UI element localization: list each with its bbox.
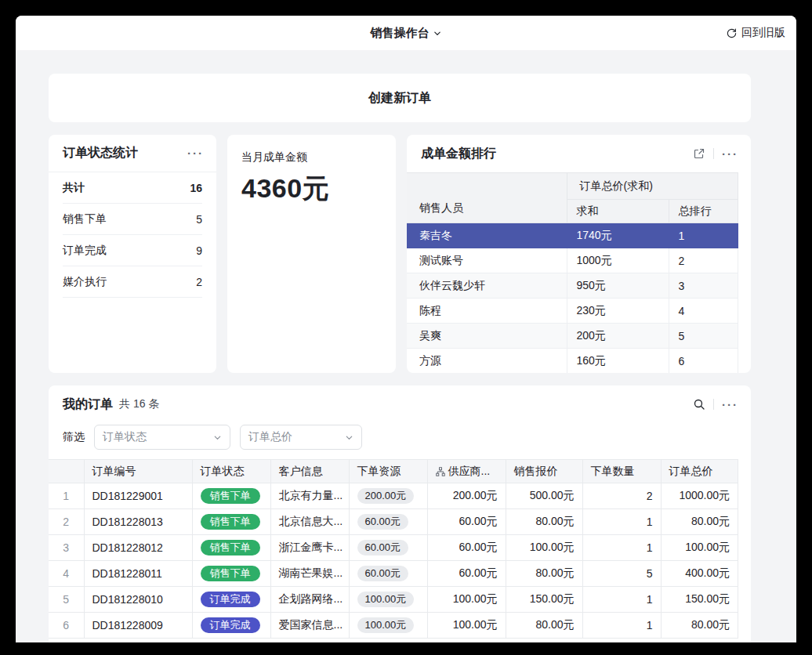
stats-row: 媒介执行 2: [63, 266, 202, 298]
ranking-sum: 950元: [567, 273, 669, 299]
ranking-row[interactable]: 伙伴云魏少轩 950元 3: [407, 273, 738, 299]
ranking-sum: 160元: [567, 349, 669, 374]
order-total-filter-select[interactable]: 订单总价: [240, 425, 362, 450]
order-status-filter-select[interactable]: 订单状态: [94, 425, 230, 450]
col-customer: 客户信息: [270, 460, 349, 483]
row-number: 6: [49, 613, 84, 639]
ranking-row[interactable]: 测试账号 1000元 2: [407, 248, 738, 273]
status-badge: 订单完成: [201, 617, 260, 633]
stats-label: 共计: [63, 181, 85, 195]
create-order-button[interactable]: 创建新订单: [49, 74, 751, 122]
quantity-cell: 2: [582, 483, 661, 509]
ranking-rank: 2: [669, 248, 738, 273]
quote-cell: 150.00元: [506, 587, 582, 613]
filter-label: 筛选: [63, 430, 85, 444]
col-order-id: 订单编号: [84, 460, 192, 483]
quantity-cell: 5: [582, 561, 661, 587]
ranking-name: 秦吉冬: [407, 223, 567, 248]
resource-chip: 60.00元: [357, 514, 409, 530]
order-row[interactable]: 1 DD181229001 销售下单 北京有力量... 200.00元 200.…: [49, 483, 738, 509]
stats-row: 销售下单 5: [63, 204, 202, 235]
status-badge: 销售下单: [201, 566, 260, 581]
supplier-cell: 200.00元: [427, 483, 506, 509]
col-row-number: [49, 460, 84, 483]
order-status-stats-title: 订单状态统计: [63, 145, 138, 161]
app-window: 销售操作台 回到旧版 创建新订单 订单状态统计 共计 16: [16, 16, 796, 642]
relation-icon: [436, 467, 445, 476]
customer-cell: 浙江金鹰卡...: [270, 535, 349, 561]
search-icon[interactable]: [693, 398, 705, 411]
total-cell: 150.00元: [661, 587, 738, 613]
dashboard-switcher[interactable]: 销售操作台: [371, 16, 442, 50]
ranking-title: 成单金额排行: [421, 146, 496, 162]
row-number: 1: [49, 483, 84, 509]
order-row[interactable]: 3 DD181228012 销售下单 浙江金鹰卡... 60.00元 60.00…: [49, 535, 738, 561]
row-number: 2: [49, 509, 84, 535]
divider: [713, 148, 714, 159]
col-quantity: 下单数量: [582, 460, 661, 483]
month-amount-title: 当月成单金额: [241, 150, 382, 165]
stats-value: 9: [196, 244, 202, 257]
my-orders-card: 我的订单 共 16 条 筛选 订单状态 订单总价: [49, 385, 751, 642]
more-icon[interactable]: [722, 398, 738, 411]
create-order-label: 创建新订单: [368, 90, 431, 107]
col-order-total: 订单总价: [661, 460, 738, 483]
ranking-col-rank: 总排行: [669, 200, 738, 223]
status-badge: 销售下单: [201, 488, 260, 504]
status-badge: 销售下单: [201, 514, 260, 530]
status-badge: 销售下单: [201, 540, 260, 555]
order-status-stats-card: 订单状态统计 共计 16 销售下单 5 订单完成 9: [49, 135, 216, 373]
quantity-cell: 1: [582, 509, 661, 535]
order-row[interactable]: 5 DD181228010 订单完成 企划路网络... 100.00元 100.…: [49, 587, 738, 613]
order-id: DD181228013: [84, 509, 192, 535]
orders-table: 订单编号 订单状态 客户信息 下单资源 供应商... 销售报价 下单数量 订单: [49, 459, 738, 639]
ranking-row[interactable]: 吴爽 200元 5: [407, 324, 738, 349]
back-to-old-version-label: 回到旧版: [741, 26, 785, 40]
ranking-row-selected[interactable]: 秦吉冬 1740元 1: [407, 223, 738, 248]
customer-cell: 企划路网络...: [270, 587, 349, 613]
more-icon[interactable]: [722, 147, 738, 161]
my-orders-title: 我的订单: [63, 396, 113, 413]
ranking-row[interactable]: 方源 160元 6: [407, 349, 738, 374]
dashboard-content: 创建新订单 订单状态统计 共计 16 销售下单 5: [16, 50, 796, 642]
supplier-cell: 60.00元: [427, 509, 506, 535]
select-placeholder: 订单总价: [248, 430, 292, 444]
ranking-col-total-group: 订单总价(求和): [567, 173, 738, 200]
resource-chip: 100.00元: [357, 592, 415, 607]
total-cell: 80.00元: [661, 509, 738, 535]
rollback-icon: [726, 27, 738, 39]
order-id: DD181228012: [84, 535, 192, 561]
chevron-down-icon: [345, 433, 353, 442]
divider: [713, 399, 714, 410]
chevron-down-icon: [213, 433, 222, 442]
row-number: 4: [49, 561, 84, 587]
supplier-cell: 100.00元: [427, 587, 506, 613]
quote-cell: 80.00元: [506, 613, 582, 639]
filter-row: 筛选 订单状态 订单总价: [49, 423, 751, 459]
stats-value: 2: [196, 276, 202, 288]
ranking-name: 方源: [407, 349, 567, 374]
stats-label: 销售下单: [63, 212, 107, 226]
col-resource: 下单资源: [349, 460, 427, 483]
order-row[interactable]: 2 DD181228013 销售下单 北京信息大... 60.00元 60.00…: [49, 509, 738, 535]
ranking-rank: 1: [669, 223, 738, 248]
order-row[interactable]: 6 DD181228009 订单完成 爱国家信息... 100.00元 100.…: [49, 613, 738, 639]
order-id: DD181229001: [84, 483, 192, 509]
more-icon[interactable]: [187, 147, 204, 160]
ranking-sum: 200元: [567, 324, 669, 349]
ranking-name: 测试账号: [407, 248, 567, 273]
quantity-cell: 1: [582, 587, 661, 613]
row-number: 3: [49, 535, 84, 561]
quote-cell: 80.00元: [506, 561, 582, 587]
ranking-row[interactable]: 陈程 230元 4: [407, 299, 738, 324]
ranking-col-sum: 求和: [567, 200, 669, 223]
orders-header-row: 订单编号 订单状态 客户信息 下单资源 供应商... 销售报价 下单数量 订单: [49, 460, 738, 483]
resource-chip: 200.00元: [357, 488, 415, 504]
export-icon[interactable]: [693, 147, 705, 160]
order-row[interactable]: 4 DD181228011 销售下单 湖南芒果娱... 60.00元 60.00…: [49, 561, 738, 587]
total-cell: 1000.00元: [661, 483, 738, 509]
back-to-old-version-link[interactable]: 回到旧版: [726, 16, 785, 50]
col-supplier: 供应商...: [427, 460, 506, 483]
resource-chip: 60.00元: [357, 566, 409, 581]
page-title: 销售操作台: [371, 26, 430, 41]
